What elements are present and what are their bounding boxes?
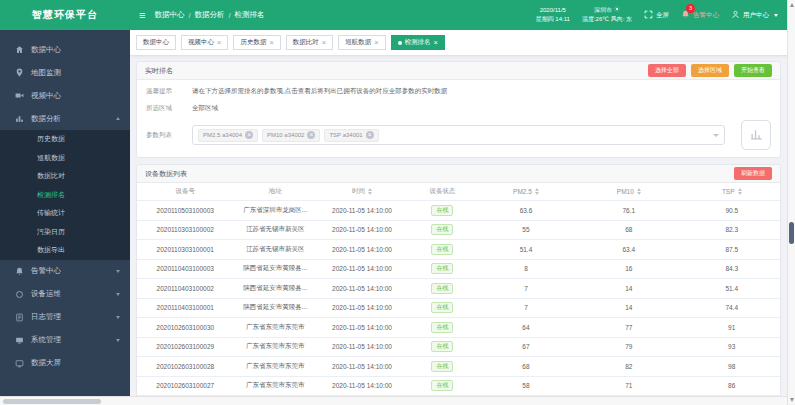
ranking-panel-buttons: 选择全部 选择区域 开始查看 bbox=[648, 64, 772, 76]
sort-icon[interactable] bbox=[738, 188, 742, 195]
select-region-button[interactable]: 选择区域 bbox=[691, 64, 729, 76]
tab-label: 检测排名 bbox=[405, 38, 431, 47]
cell-pm25: 58 bbox=[478, 382, 574, 389]
column-header-pm10[interactable]: PM10 bbox=[574, 188, 683, 195]
tab-history-data[interactable]: 历史数据× bbox=[233, 35, 280, 50]
sidebar-item-map-monitor[interactable]: 地图监测 bbox=[0, 61, 130, 84]
chevron-down-icon bbox=[116, 316, 120, 319]
sidebar-subitem[interactable]: 历史数据 bbox=[0, 130, 130, 149]
refresh-data-button[interactable]: 刷新数据 bbox=[734, 167, 772, 179]
cell-address: 陕西省延安市黄陵县... bbox=[233, 264, 317, 273]
sidebar-item-data-screen[interactable]: 数据大屏 bbox=[0, 352, 130, 375]
tip-row: 温馨提示 请在下方选择所需排名的参数项,点击查看后将列出已拥有设备的对应全部参数… bbox=[146, 86, 771, 97]
fullscreen-button[interactable]: 全屏 bbox=[644, 10, 669, 20]
cell-time: 2020-11-05 14:10:00 bbox=[317, 304, 407, 311]
param-select[interactable]: PM2.5 a34004×PM10 a34002×TSP a34001× bbox=[192, 125, 725, 145]
sidebar-item-system-management[interactable]: 系统管理 bbox=[0, 329, 130, 352]
breadcrumb-item[interactable]: 数据中心 bbox=[154, 10, 184, 20]
column-header-pm25[interactable]: PM2.5 bbox=[478, 188, 574, 195]
sort-icon[interactable] bbox=[535, 188, 539, 195]
cell-device_no: 2020102603100030 bbox=[137, 324, 233, 331]
horizontal-scrollbar-thumb[interactable] bbox=[3, 399, 101, 404]
remove-tag-icon[interactable]: × bbox=[366, 131, 374, 139]
sidebar-subitem[interactable]: 污染日历 bbox=[0, 223, 130, 242]
cell-address: 陕西省延安市黄陵县... bbox=[233, 303, 317, 312]
tab-detect-ranking[interactable]: 检测排名× bbox=[391, 35, 445, 50]
sidebar-item-data-center[interactable]: 数据中心 bbox=[0, 38, 130, 61]
breadcrumb-separator: / bbox=[229, 11, 231, 20]
sidebar-item-label: 视频中心 bbox=[31, 91, 61, 101]
sidebar-item-data-analysis[interactable]: 数据分析 bbox=[0, 107, 130, 130]
close-icon[interactable]: × bbox=[374, 39, 378, 47]
horizontal-scrollbar[interactable] bbox=[0, 396, 787, 405]
param-row: 参数列表 PM2.5 a34004×PM10 a34002×TSP a34001… bbox=[146, 120, 771, 150]
cell-status: 在线 bbox=[407, 361, 478, 372]
tab-label: 数据比对 bbox=[293, 38, 319, 47]
alarm-center-button[interactable]: 3 告警中心 bbox=[681, 10, 719, 20]
select-all-button[interactable]: 选择全部 bbox=[648, 64, 686, 76]
device-table: 设备号地址时间设备状态PM2.5PM10TSP 2020110503100003… bbox=[137, 183, 780, 396]
tab-video-center[interactable]: 视频中心× bbox=[181, 35, 228, 50]
scroll-up-arrow-icon[interactable] bbox=[790, 3, 794, 7]
cell-pm10: 71 bbox=[574, 382, 683, 389]
sidebar-item-label: 数据中心 bbox=[31, 45, 61, 55]
video-icon bbox=[15, 91, 24, 100]
cell-time: 2020-11-05 14:10:00 bbox=[317, 382, 407, 389]
sort-icon[interactable] bbox=[368, 188, 372, 195]
sidebar-item-log-management[interactable]: 日志管理 bbox=[0, 306, 130, 329]
status-badge: 在线 bbox=[431, 224, 453, 235]
chart-icon bbox=[15, 114, 24, 123]
sidebar-subitem[interactable]: 传输统计 bbox=[0, 204, 130, 223]
hamburger-icon[interactable]: ≡ bbox=[139, 10, 145, 21]
sidebar-subitem[interactable]: 数据比对 bbox=[0, 167, 130, 186]
column-header-time[interactable]: 时间 bbox=[317, 187, 407, 196]
sidebar-subitem[interactable]: 数据导出 bbox=[0, 241, 130, 260]
sidebar-subitem[interactable]: 巡航数据 bbox=[0, 149, 130, 168]
chart-view-button[interactable] bbox=[741, 120, 771, 150]
tab-bar: 数据中心视频中心×历史数据×数据比对×巡航数据×检测排名× bbox=[130, 30, 787, 56]
cell-pm10: 16 bbox=[574, 265, 683, 272]
cell-time: 2020-11-05 14:10:00 bbox=[317, 285, 407, 292]
sort-icon[interactable] bbox=[637, 188, 641, 195]
remove-tag-icon[interactable]: × bbox=[307, 131, 315, 139]
vertical-scrollbar-thumb[interactable] bbox=[789, 222, 794, 244]
sidebar-item-video-center[interactable]: 视频中心 bbox=[0, 84, 130, 107]
breadcrumb-item[interactable]: 检测排名 bbox=[235, 10, 265, 20]
table-row: 2020110403100001陕西省延安市黄陵县...2020-11-05 1… bbox=[137, 299, 780, 319]
cell-pm25: 7 bbox=[478, 285, 574, 292]
cell-time: 2020-11-05 14:10:00 bbox=[317, 207, 407, 214]
breadcrumb-item[interactable]: 数据分析 bbox=[195, 10, 225, 20]
vertical-scrollbar[interactable] bbox=[787, 0, 795, 405]
app-logo: 智慧环保平台 bbox=[0, 0, 130, 30]
sidebar-submenu: 历史数据巡航数据数据比对检测排名传输统计污染日历数据导出 bbox=[0, 130, 130, 260]
remove-tag-icon[interactable]: × bbox=[245, 131, 253, 139]
tab-cruise-data[interactable]: 巡航数据× bbox=[338, 35, 385, 50]
column-header-tsp[interactable]: TSP bbox=[683, 188, 779, 195]
status-badge: 在线 bbox=[431, 205, 453, 216]
tab-data-center[interactable]: 数据中心 bbox=[136, 35, 176, 50]
sidebar-item-alarm-center[interactable]: 告警中心 bbox=[0, 260, 130, 283]
cell-pm10: 82 bbox=[574, 363, 683, 370]
weather-city: 深圳市 bbox=[594, 7, 612, 13]
cell-tsp: 93 bbox=[683, 343, 779, 350]
close-icon[interactable]: × bbox=[269, 39, 273, 47]
status-badge: 在线 bbox=[431, 244, 453, 255]
column-label: 设备状态 bbox=[429, 187, 455, 196]
sidebar-subitem[interactable]: 检测排名 bbox=[0, 186, 130, 205]
cell-tsp: 51.4 bbox=[683, 285, 779, 292]
circle-icon bbox=[15, 290, 24, 299]
sidebar-item-device-ops[interactable]: 设备运维 bbox=[0, 283, 130, 306]
weather-detail: 温度:26℃ 风向: 东 bbox=[582, 15, 632, 24]
close-icon[interactable]: × bbox=[217, 39, 221, 47]
region-value: 全部区域 bbox=[192, 104, 218, 113]
cell-status: 在线 bbox=[407, 341, 478, 352]
close-icon[interactable]: × bbox=[322, 39, 326, 47]
user-center-button[interactable]: 用户中心 bbox=[731, 10, 778, 20]
tab-data-compare[interactable]: 数据比对× bbox=[286, 35, 333, 50]
close-icon[interactable]: × bbox=[434, 39, 438, 47]
ranking-panel-header: 实时排名 选择全部 选择区域 开始查看 bbox=[137, 62, 780, 80]
start-view-button[interactable]: 开始查看 bbox=[734, 64, 772, 76]
region-label: 所选区域 bbox=[146, 104, 192, 113]
scroll-down-arrow-icon[interactable] bbox=[790, 398, 794, 402]
cell-device_no: 2020110303100001 bbox=[137, 246, 233, 253]
